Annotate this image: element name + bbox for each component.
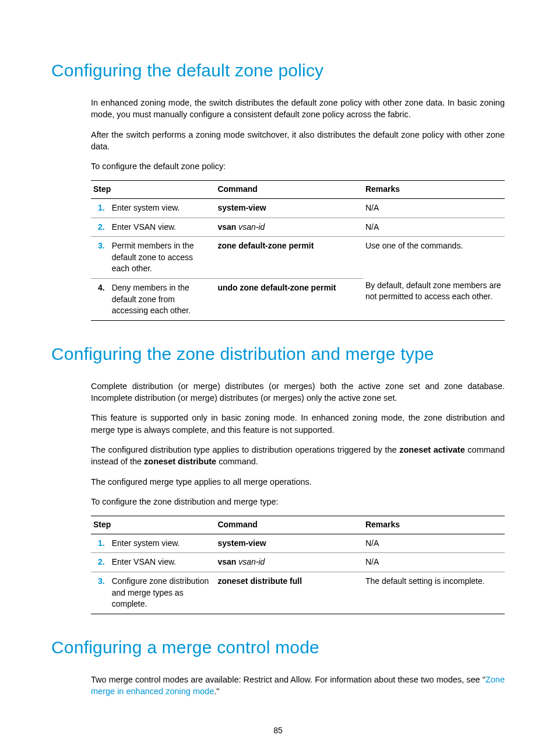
paragraph: In enhanced zoning mode, the switch dist… (91, 97, 505, 121)
table-row: 3. Permit members in the default zone to… (91, 237, 505, 279)
table-zone-distribution: Step Command Remarks 1. Enter system vie… (91, 516, 505, 614)
step-number: 3. (91, 237, 110, 279)
col-step: Step (91, 516, 215, 534)
table-row: 2. Enter VSAN view. vsan vsan-id N/A (91, 553, 505, 572)
text-span: The configured distribution type applies… (91, 445, 399, 454)
table-row: 3. Configure zone distribution and merge… (91, 572, 505, 614)
remarks-cell: The default setting is incomplete. (363, 572, 505, 614)
bold-text: zoneset activate (399, 445, 465, 454)
command-bold: system-view (217, 203, 266, 212)
heading-default-zone-policy: Configuring the default zone policy (51, 58, 505, 83)
step-description: Configure zone distribution and merge ty… (110, 572, 216, 614)
command-italic: vsan-id (238, 557, 265, 566)
remarks-cell: N/A (363, 553, 505, 572)
command-cell: system-view (215, 534, 363, 553)
col-remarks: Remarks (363, 181, 505, 199)
text-span: Two merge control modes are available: R… (91, 675, 485, 684)
heading-zone-distribution: Configuring the zone distribution and me… (51, 342, 505, 366)
step-number: 4. (91, 279, 110, 321)
text-span: ." (214, 687, 219, 696)
command-cell: zone default-zone permit (215, 237, 363, 279)
command-bold: undo zone default-zone permit (217, 283, 336, 292)
step-description: Enter VSAN view. (110, 553, 216, 572)
command-bold: zone default-zone permit (217, 241, 314, 250)
col-command: Command (215, 181, 363, 199)
step-number: 1. (91, 199, 110, 218)
step-number: 2. (91, 553, 110, 572)
command-italic: vsan-id (238, 222, 265, 232)
page-number: 85 (51, 725, 505, 737)
step-number: 2. (91, 218, 110, 237)
table-row: 1. Enter system view. system-view N/A (91, 534, 505, 553)
remarks-cell: N/A (363, 199, 505, 218)
bold-text: zoneset distribute (144, 457, 216, 466)
step-description: Enter system view. (110, 534, 216, 553)
command-cell: undo zone default-zone permit (215, 279, 363, 321)
col-command: Command (215, 516, 363, 534)
heading-merge-control: Configuring a merge control mode (51, 635, 505, 660)
remarks-cell: By default, default zone members are not… (363, 279, 505, 321)
step-number: 3. (91, 572, 110, 614)
step-number: 1. (91, 534, 110, 553)
paragraph: To configure the zone distribution and m… (91, 496, 505, 508)
paragraph: Complete distribution (or merge) distrib… (91, 380, 505, 404)
command-cell: zoneset distribute full (215, 572, 363, 614)
table-row: 1. Enter system view. system-view N/A (91, 199, 505, 218)
table-row: 4. Deny members in the default zone from… (91, 279, 505, 321)
remarks-cell: Use one of the commands. (363, 237, 505, 279)
command-cell: vsan vsan-id (215, 218, 363, 237)
command-bold: vsan (217, 222, 236, 232)
col-remarks: Remarks (363, 516, 505, 534)
step-description: Enter system view. (110, 199, 216, 218)
remarks-cell: N/A (363, 534, 505, 553)
paragraph: Two merge control modes are available: R… (91, 674, 505, 698)
paragraph: To configure the default zone policy: (91, 160, 505, 172)
table-default-zone-policy: Step Command Remarks 1. Enter system vie… (91, 180, 505, 320)
paragraph: After the switch performs a zoning mode … (91, 129, 505, 153)
command-bold: system-view (217, 538, 266, 548)
paragraph: The configured merge type applies to all… (91, 476, 505, 488)
step-description: Enter VSAN view. (110, 218, 216, 237)
step-description: Deny members in the default zone from ac… (110, 279, 216, 321)
command-cell: vsan vsan-id (215, 553, 363, 572)
step-description: Permit members in the default zone to ac… (110, 237, 216, 279)
command-cell: system-view (215, 199, 363, 218)
command-bold: vsan (217, 557, 236, 566)
paragraph: This feature is supported only in basic … (91, 412, 505, 436)
col-step: Step (91, 181, 215, 199)
remarks-cell: N/A (363, 218, 505, 237)
paragraph: The configured distribution type applies… (91, 444, 505, 468)
table-row: 2. Enter VSAN view. vsan vsan-id N/A (91, 218, 505, 237)
text-span: command. (216, 457, 258, 466)
command-bold: zoneset distribute full (217, 576, 302, 586)
